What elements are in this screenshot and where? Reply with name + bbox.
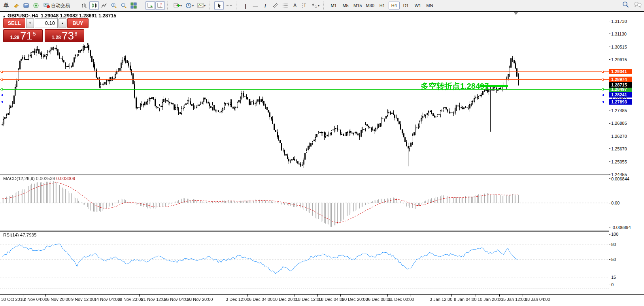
line-handle[interactable] (1, 79, 3, 81)
autotrade-button[interactable]: 自动交易 (41, 1, 72, 10)
trendline-icon[interactable]: / (261, 1, 270, 10)
time-axis-tick (209, 295, 209, 297)
price-level-label: 1.28241 (609, 92, 632, 98)
dropdown-icon: ▾ (192, 4, 194, 8)
text-label-icon[interactable]: T (300, 1, 310, 10)
profiles-icon[interactable] (21, 1, 31, 10)
time-axis-label: 6 Nov 20:00 (47, 297, 70, 302)
pane-separator-macd[interactable] (0, 174, 609, 175)
chart-canvas[interactable] (0, 0, 609, 306)
chat-icon[interactable] (634, 2, 642, 8)
book-icon[interactable] (11, 1, 21, 10)
sell-price-box[interactable]: 1.28 71 5 (3, 29, 43, 42)
templates-button[interactable]: ▾ (196, 1, 207, 10)
volume-down-button[interactable]: ▾ (26, 18, 34, 28)
volume-up-button[interactable]: ▴ (59, 18, 66, 28)
autoscroll-icon[interactable] (145, 1, 155, 10)
timeframe-m30[interactable]: M30 (364, 2, 376, 9)
chevron-up-icon: ▴ (62, 21, 63, 25)
timeframe-d1[interactable]: D1 (400, 2, 412, 9)
timeframe-mn[interactable]: MN (424, 2, 435, 9)
horizontal-level-line[interactable] (0, 89, 609, 90)
horizontal-level-line[interactable] (0, 71, 609, 72)
vertical-line-icon[interactable]: | (241, 1, 250, 10)
periods-button[interactable]: ▾ (184, 1, 195, 10)
chart-shift-icon[interactable] (155, 1, 165, 10)
time-axis-tick (139, 295, 140, 297)
timeframe-group: M1M5M15M30H1H4D1W1MN (328, 2, 435, 9)
volume-input[interactable] (35, 18, 58, 28)
price-axis-tick-label: 1.27485 (611, 108, 627, 113)
buy-price-box[interactable]: 1.28 73 6 (45, 29, 84, 42)
text-icon[interactable]: A (290, 1, 300, 10)
horizontal-level-line[interactable] (0, 95, 609, 95)
tile-windows-icon[interactable] (129, 1, 138, 10)
timeframe-w1[interactable]: W1 (412, 2, 423, 9)
line-handle[interactable] (1, 101, 3, 103)
time-axis-tick (295, 295, 295, 297)
horizontal-level-line[interactable] (0, 79, 609, 80)
toolbar-separator (210, 2, 213, 9)
timeframe-h1[interactable]: H1 (377, 2, 388, 9)
time-axis-tick (116, 295, 116, 297)
time-axis-label: 26 Dec 08:00 (366, 297, 391, 302)
timeframe-h4[interactable]: H4 (389, 2, 400, 9)
time-axis-label: 9 Nov 12:00 (71, 297, 94, 302)
timeframe-m15[interactable]: M15 (352, 2, 363, 9)
new-order-button[interactable]: 单 (2, 1, 11, 10)
time-axis-tick (547, 295, 547, 297)
fibonacci-icon[interactable] (280, 1, 290, 10)
buy-button[interactable]: BUY (67, 18, 89, 28)
rsi-axis-tick-label: 0 (611, 282, 614, 287)
timeframe-m5[interactable]: M5 (340, 2, 351, 9)
broadcast-icon[interactable] (31, 1, 41, 10)
time-axis-tick (23, 295, 23, 297)
line-handle[interactable] (602, 101, 604, 103)
line-handle[interactable] (602, 71, 604, 73)
line-handle[interactable] (1, 88, 3, 90)
line-handle[interactable] (602, 79, 604, 81)
rsi-axis-tick-label: 50 (611, 257, 616, 262)
crosshair-icon[interactable] (224, 1, 234, 10)
time-axis-label: 14 Nov 04:00 (94, 297, 120, 302)
chart-title: ▲GBPUSD-,H4 1.29048 1.29082 1.28691 1.28… (2, 13, 116, 19)
pane-divider-dashed[interactable] (0, 289, 609, 289)
line-handle[interactable] (1, 94, 3, 96)
collapse-icon[interactable]: ▲ (2, 14, 6, 18)
channel-icon[interactable] (270, 1, 280, 10)
horizontal-line-icon[interactable]: — (251, 1, 260, 10)
candlestick-icon[interactable] (89, 1, 99, 10)
line-chart-icon[interactable] (99, 1, 109, 10)
time-axis-label: 18 Nov 23:00 (117, 297, 143, 302)
bar-chart-icon[interactable] (79, 1, 89, 10)
indicators-button[interactable]: ▾ (172, 1, 183, 10)
timeframe-m1[interactable]: M1 (328, 2, 339, 9)
zoom-in-icon[interactable] (109, 1, 119, 10)
arrows-button[interactable]: ▾ (310, 1, 321, 10)
toolbar-separator (167, 2, 170, 9)
time-axis-label: 18 Dec 04:00 (319, 297, 344, 302)
time-axis-tick (410, 295, 410, 297)
line-handle[interactable] (602, 94, 604, 96)
time-axis-label: 10 Jan 20:00 (478, 297, 503, 302)
time-axis-label: 6 Dec 04:00 (249, 297, 272, 302)
chart-window-border (0, 11, 644, 12)
time-axis-label: 21 Nov 12:00 (141, 297, 167, 302)
bid-price-label: 1.28715 (609, 82, 632, 88)
zoom-out-icon[interactable] (119, 1, 128, 10)
sell-button[interactable]: SELL (3, 18, 25, 28)
pivot-annotation[interactable]: 多空转折点1.28497 (421, 81, 489, 92)
time-axis-label: 26 Nov 04:00 (164, 297, 190, 302)
rsi-axis-tick-label: 80 (611, 242, 616, 247)
line-handle[interactable] (1, 71, 3, 73)
price-axis-tick-label: 1.25670 (611, 146, 627, 151)
time-axis-tick (186, 295, 186, 297)
pane-separator-rsi[interactable] (0, 231, 609, 232)
horizontal-level-line[interactable] (0, 102, 609, 102)
chart-shift-marker[interactable] (514, 12, 518, 15)
cursor-icon[interactable] (214, 1, 224, 10)
search-icon[interactable] (622, 1, 629, 8)
macd-axis-tick-label: 0.00 (611, 201, 619, 205)
line-handle[interactable] (602, 88, 604, 90)
rsi-value: 47.7935 (20, 233, 37, 237)
